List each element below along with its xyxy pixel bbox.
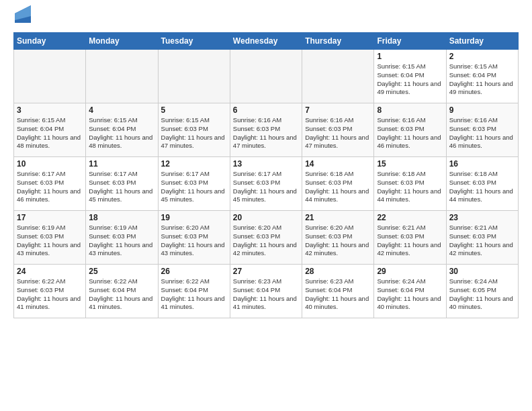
calendar-cell: 3Sunrise: 6:15 AM Sunset: 6:04 PM Daylig… xyxy=(14,103,86,157)
calendar-cell xyxy=(86,50,158,103)
calendar-cell: 7Sunrise: 6:16 AM Sunset: 6:03 PM Daylig… xyxy=(302,103,374,157)
day-info: Sunrise: 6:17 AM Sunset: 6:03 PM Dayligh… xyxy=(161,170,227,204)
col-header-sunday: Sunday xyxy=(14,33,86,50)
day-info: Sunrise: 6:21 AM Sunset: 6:03 PM Dayligh… xyxy=(449,224,515,258)
calendar-cell: 20Sunrise: 6:20 AM Sunset: 6:03 PM Dayli… xyxy=(230,211,302,265)
day-number: 4 xyxy=(89,105,154,115)
day-info: Sunrise: 6:15 AM Sunset: 6:03 PM Dayligh… xyxy=(161,116,227,150)
day-info: Sunrise: 6:23 AM Sunset: 6:04 PM Dayligh… xyxy=(305,277,371,312)
day-number: 9 xyxy=(449,105,515,115)
day-number: 13 xyxy=(233,159,299,169)
day-number: 28 xyxy=(305,267,371,276)
day-number: 19 xyxy=(161,213,227,222)
day-number: 6 xyxy=(233,105,299,115)
calendar-week-3: 10Sunrise: 6:17 AM Sunset: 6:03 PM Dayli… xyxy=(14,157,519,211)
day-number: 26 xyxy=(161,267,227,276)
calendar-cell xyxy=(158,50,230,103)
day-number: 21 xyxy=(305,213,371,222)
calendar-cell: 23Sunrise: 6:21 AM Sunset: 6:03 PM Dayli… xyxy=(446,211,518,265)
day-number: 14 xyxy=(305,159,371,169)
day-info: Sunrise: 6:20 AM Sunset: 6:03 PM Dayligh… xyxy=(233,224,299,258)
calendar-week-2: 3Sunrise: 6:15 AM Sunset: 6:04 PM Daylig… xyxy=(14,103,519,157)
calendar-cell: 26Sunrise: 6:22 AM Sunset: 6:04 PM Dayli… xyxy=(158,265,230,318)
day-number: 11 xyxy=(89,159,154,169)
day-number: 2 xyxy=(449,52,515,61)
logo-icon xyxy=(15,5,31,26)
day-info: Sunrise: 6:17 AM Sunset: 6:03 PM Dayligh… xyxy=(17,170,83,204)
calendar-table: SundayMondayTuesdayWednesdayThursdayFrid… xyxy=(13,32,519,318)
day-info: Sunrise: 6:18 AM Sunset: 6:03 PM Dayligh… xyxy=(377,170,443,204)
day-info: Sunrise: 6:23 AM Sunset: 6:04 PM Dayligh… xyxy=(233,277,299,312)
day-info: Sunrise: 6:17 AM Sunset: 6:03 PM Dayligh… xyxy=(233,170,299,204)
day-number: 8 xyxy=(377,105,443,115)
logo xyxy=(13,11,31,26)
day-number: 20 xyxy=(233,213,299,222)
day-info: Sunrise: 6:18 AM Sunset: 6:03 PM Dayligh… xyxy=(305,170,371,204)
day-info: Sunrise: 6:16 AM Sunset: 6:03 PM Dayligh… xyxy=(377,116,443,150)
calendar-cell: 12Sunrise: 6:17 AM Sunset: 6:03 PM Dayli… xyxy=(158,157,230,211)
day-number: 10 xyxy=(17,159,83,169)
day-number: 29 xyxy=(377,267,443,276)
day-number: 7 xyxy=(305,105,371,115)
day-number: 25 xyxy=(89,267,154,276)
day-number: 18 xyxy=(89,213,154,222)
page: SundayMondayTuesdayWednesdayThursdayFrid… xyxy=(0,0,532,329)
calendar-cell: 21Sunrise: 6:20 AM Sunset: 6:03 PM Dayli… xyxy=(302,211,374,265)
header xyxy=(13,11,519,26)
day-info: Sunrise: 6:24 AM Sunset: 6:05 PM Dayligh… xyxy=(449,277,515,312)
calendar-cell: 24Sunrise: 6:22 AM Sunset: 6:03 PM Dayli… xyxy=(14,265,86,318)
day-info: Sunrise: 6:15 AM Sunset: 6:04 PM Dayligh… xyxy=(17,116,83,150)
calendar-cell: 2Sunrise: 6:15 AM Sunset: 6:04 PM Daylig… xyxy=(446,50,518,103)
calendar-week-5: 24Sunrise: 6:22 AM Sunset: 6:03 PM Dayli… xyxy=(14,265,519,318)
calendar-week-4: 17Sunrise: 6:19 AM Sunset: 6:03 PM Dayli… xyxy=(14,211,519,265)
col-header-monday: Monday xyxy=(86,33,158,50)
calendar-cell: 10Sunrise: 6:17 AM Sunset: 6:03 PM Dayli… xyxy=(14,157,86,211)
day-info: Sunrise: 6:19 AM Sunset: 6:03 PM Dayligh… xyxy=(89,224,154,258)
calendar-cell: 19Sunrise: 6:20 AM Sunset: 6:03 PM Dayli… xyxy=(158,211,230,265)
day-number: 1 xyxy=(377,52,443,61)
day-info: Sunrise: 6:19 AM Sunset: 6:03 PM Dayligh… xyxy=(17,224,83,258)
day-info: Sunrise: 6:20 AM Sunset: 6:03 PM Dayligh… xyxy=(161,224,227,258)
day-number: 16 xyxy=(449,159,515,169)
calendar-header-row: SundayMondayTuesdayWednesdayThursdayFrid… xyxy=(14,33,519,50)
day-number: 3 xyxy=(17,105,83,115)
col-header-wednesday: Wednesday xyxy=(230,33,302,50)
day-info: Sunrise: 6:17 AM Sunset: 6:03 PM Dayligh… xyxy=(89,170,154,204)
calendar-cell: 16Sunrise: 6:18 AM Sunset: 6:03 PM Dayli… xyxy=(446,157,518,211)
calendar-cell: 6Sunrise: 6:16 AM Sunset: 6:03 PM Daylig… xyxy=(230,103,302,157)
day-number: 24 xyxy=(17,267,83,276)
calendar-cell xyxy=(14,50,86,103)
calendar-cell: 14Sunrise: 6:18 AM Sunset: 6:03 PM Dayli… xyxy=(302,157,374,211)
day-info: Sunrise: 6:16 AM Sunset: 6:03 PM Dayligh… xyxy=(449,116,515,150)
calendar-cell xyxy=(302,50,374,103)
calendar-cell xyxy=(230,50,302,103)
day-info: Sunrise: 6:18 AM Sunset: 6:03 PM Dayligh… xyxy=(449,170,515,204)
day-info: Sunrise: 6:21 AM Sunset: 6:03 PM Dayligh… xyxy=(377,224,443,258)
day-info: Sunrise: 6:16 AM Sunset: 6:03 PM Dayligh… xyxy=(305,116,371,150)
col-header-friday: Friday xyxy=(374,33,446,50)
col-header-saturday: Saturday xyxy=(446,33,518,50)
day-info: Sunrise: 6:15 AM Sunset: 6:04 PM Dayligh… xyxy=(449,62,515,97)
calendar-cell: 11Sunrise: 6:17 AM Sunset: 6:03 PM Dayli… xyxy=(86,157,158,211)
calendar-cell: 17Sunrise: 6:19 AM Sunset: 6:03 PM Dayli… xyxy=(14,211,86,265)
calendar-cell: 5Sunrise: 6:15 AM Sunset: 6:03 PM Daylig… xyxy=(158,103,230,157)
day-number: 30 xyxy=(449,267,515,276)
day-number: 22 xyxy=(377,213,443,222)
day-number: 5 xyxy=(161,105,227,115)
day-info: Sunrise: 6:22 AM Sunset: 6:04 PM Dayligh… xyxy=(161,277,227,312)
day-number: 27 xyxy=(233,267,299,276)
calendar-cell: 15Sunrise: 6:18 AM Sunset: 6:03 PM Dayli… xyxy=(374,157,446,211)
calendar-cell: 29Sunrise: 6:24 AM Sunset: 6:04 PM Dayli… xyxy=(374,265,446,318)
day-info: Sunrise: 6:22 AM Sunset: 6:03 PM Dayligh… xyxy=(17,277,83,312)
calendar-cell: 13Sunrise: 6:17 AM Sunset: 6:03 PM Dayli… xyxy=(230,157,302,211)
day-number: 17 xyxy=(17,213,83,222)
day-number: 15 xyxy=(377,159,443,169)
calendar-cell: 4Sunrise: 6:15 AM Sunset: 6:04 PM Daylig… xyxy=(86,103,158,157)
col-header-thursday: Thursday xyxy=(302,33,374,50)
day-info: Sunrise: 6:20 AM Sunset: 6:03 PM Dayligh… xyxy=(305,224,371,258)
calendar-cell: 25Sunrise: 6:22 AM Sunset: 6:04 PM Dayli… xyxy=(86,265,158,318)
day-number: 12 xyxy=(161,159,227,169)
calendar-cell: 8Sunrise: 6:16 AM Sunset: 6:03 PM Daylig… xyxy=(374,103,446,157)
calendar-cell: 9Sunrise: 6:16 AM Sunset: 6:03 PM Daylig… xyxy=(446,103,518,157)
day-info: Sunrise: 6:15 AM Sunset: 6:04 PM Dayligh… xyxy=(377,62,443,97)
